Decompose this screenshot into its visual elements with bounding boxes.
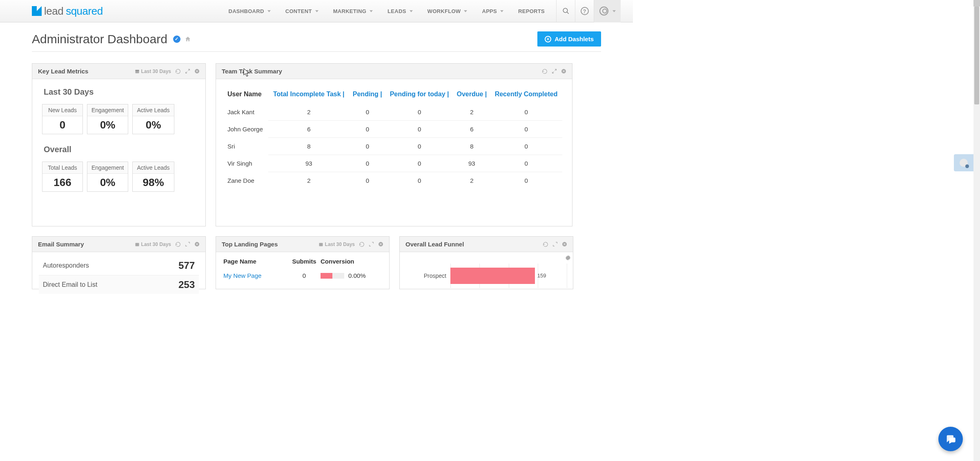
chevron-down-icon: [267, 10, 271, 12]
tlp-header-page: Page Name: [223, 258, 288, 265]
nav-dashboard[interactable]: DASHBOARD: [221, 0, 278, 22]
chevron-down-icon: [612, 10, 616, 12]
expand-button[interactable]: [552, 69, 557, 74]
expand-button[interactable]: [552, 242, 558, 247]
tlp-header-conversion: Conversion: [321, 258, 382, 265]
metric-label: Engagement: [87, 162, 128, 174]
svg-line-9: [555, 69, 557, 71]
scroll-thumb[interactable]: [974, 7, 979, 104]
tts-cell-value: 2: [454, 104, 490, 121]
tts-cell-value: 6: [454, 121, 490, 138]
metric-box: Engagement0%: [87, 104, 128, 134]
calendar-icon: [135, 242, 140, 247]
dashlet-overall-lead-funnel: Overall Lead Funnel Prospect: [399, 236, 573, 289]
date-range[interactable]: Last 30 Days: [318, 242, 355, 247]
svg-point-0: [563, 8, 568, 13]
page-title: Administrator Dashboard: [32, 32, 167, 46]
svg-line-10: [552, 72, 554, 73]
tts-header-link[interactable]: Total Incomplete Task |: [268, 87, 350, 104]
expand-button[interactable]: [185, 242, 190, 247]
nav-content-label: CONTENT: [285, 8, 312, 14]
close-button[interactable]: [194, 242, 200, 247]
date-range[interactable]: Last 30 Days: [135, 242, 171, 247]
metric-value: 166: [42, 174, 82, 191]
metric-label: Total Leads: [42, 162, 82, 174]
tts-cell-value: 0: [385, 155, 454, 172]
add-dashlets-label: Add Dashlets: [555, 35, 594, 42]
logo[interactable]: leadsquared: [32, 5, 103, 18]
conversion-label: 0.00%: [348, 272, 366, 279]
tts-cell-value: 2: [454, 172, 490, 189]
team-task-table: User NameTotal Incomplete Task |Pending …: [226, 87, 562, 189]
tts-cell-value: 6: [268, 121, 350, 138]
tts-header-link[interactable]: Pending |: [350, 87, 385, 104]
table-row: Vir Singh9300930: [226, 155, 562, 172]
user-menu[interactable]: [594, 0, 621, 22]
tts-cell-username: John George: [226, 121, 268, 138]
add-dashlets-button[interactable]: + Add Dashlets: [537, 31, 601, 47]
landing-page-link[interactable]: My New Page: [223, 272, 261, 279]
svg-line-5: [186, 72, 187, 73]
svg-rect-14: [135, 243, 139, 246]
nav-reports[interactable]: REPORTS: [511, 0, 552, 22]
close-button[interactable]: [378, 242, 383, 247]
chat-fab[interactable]: [938, 427, 963, 451]
search-button[interactable]: [556, 0, 575, 22]
nav-leads[interactable]: LEADS: [380, 0, 420, 22]
refresh-icon: [359, 242, 365, 247]
tts-header-link[interactable]: Recently Completed: [490, 87, 562, 104]
email-row-value: 577: [178, 260, 195, 271]
metric-box: Engagement0%: [87, 162, 128, 192]
expand-button[interactable]: [185, 69, 190, 74]
help-icon: ?: [581, 7, 589, 15]
expand-button[interactable]: [369, 242, 374, 247]
close-icon: [378, 242, 383, 247]
side-contact-tab[interactable]: [954, 154, 973, 171]
tts-cell-username: Jack Kant: [226, 104, 268, 121]
tts-cell-value: 0: [350, 172, 385, 189]
tts-cell-username: Sri: [226, 138, 268, 155]
expand-icon: [185, 69, 190, 74]
svg-rect-18: [319, 243, 323, 246]
nav-marketing[interactable]: MARKETING: [326, 0, 380, 22]
klm-section-last30: Last 30 Days: [44, 87, 196, 97]
refresh-button[interactable]: [542, 69, 548, 74]
logo-text-lead: lead: [44, 5, 63, 18]
tts-cell-value: 0: [350, 155, 385, 172]
metric-label: Active Leads: [133, 104, 174, 116]
funnel-value: 159: [537, 273, 546, 279]
settings-button[interactable]: [565, 255, 571, 261]
nav-reports-label: REPORTS: [518, 8, 545, 14]
home-icon[interactable]: [185, 36, 191, 42]
tts-cell-value: 2: [268, 104, 350, 121]
plus-icon: +: [545, 36, 551, 42]
tts-header-link[interactable]: Pending for today |: [385, 87, 454, 104]
tts-cell-value: 0: [385, 104, 454, 121]
date-range-label: Last 30 Days: [141, 69, 171, 74]
close-icon: [562, 242, 567, 247]
table-row: John George60060: [226, 121, 562, 138]
funnel-category: Prospect: [405, 273, 450, 279]
vertical-scrollbar[interactable]: [973, 0, 980, 461]
close-button[interactable]: [561, 69, 566, 74]
date-range-label: Last 30 Days: [141, 242, 171, 247]
nav-apps[interactable]: APPS: [474, 0, 511, 22]
tts-cell-value: 0: [350, 121, 385, 138]
refresh-button[interactable]: [175, 69, 181, 74]
tlp-submits: 0: [288, 272, 321, 279]
close-button[interactable]: [194, 69, 200, 74]
dashlet-top-landing-pages: Top Landing Pages Last 30 Days Page Name: [216, 236, 390, 289]
close-button[interactable]: [562, 242, 567, 247]
date-range[interactable]: Last 30 Days: [135, 69, 171, 74]
help-button[interactable]: ?: [575, 0, 594, 22]
funnel-bar: [450, 268, 535, 284]
klm-section-overall: Overall: [44, 145, 196, 154]
refresh-icon: [175, 242, 181, 247]
tts-header-link[interactable]: Overdue |: [454, 87, 490, 104]
refresh-button[interactable]: [359, 242, 365, 247]
metric-box: New Leads0: [42, 104, 83, 134]
nav-workflow[interactable]: WORKFLOW: [420, 0, 475, 22]
refresh-button[interactable]: [175, 242, 181, 247]
nav-content[interactable]: CONTENT: [278, 0, 326, 22]
refresh-button[interactable]: [543, 242, 548, 247]
